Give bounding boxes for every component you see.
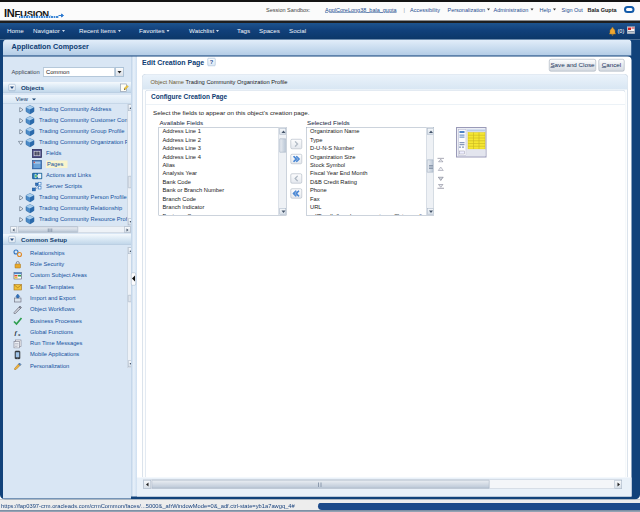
svg-text:x: x: [17, 332, 21, 337]
